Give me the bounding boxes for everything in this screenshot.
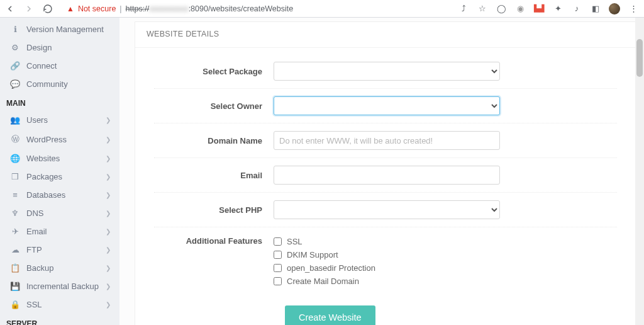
feature-open-basedir-protection[interactable]: open_basedir Protection [274, 261, 617, 275]
bookmark-icon[interactable]: ☆ [477, 3, 488, 14]
sidebar-item-ftp[interactable]: ☁FTP❯ [0, 241, 119, 259]
share-icon[interactable]: ⤴ [458, 3, 469, 14]
menu-icon[interactable]: ⋮ [628, 3, 639, 14]
sidebar-item-label: Databases [26, 190, 65, 200]
sidebar-item-email[interactable]: ✈Email❯ [0, 222, 119, 241]
row-email: Email [154, 158, 617, 193]
chevron-right-icon: ❯ [106, 246, 111, 253]
row-features: Additional Features SSLDKIM Supportopen_… [154, 227, 617, 295]
label-features: Additional Features [154, 235, 274, 246]
sidebar-item-label: Version Management [26, 25, 104, 34]
extensions-puzzle-icon[interactable]: ✦ [552, 3, 564, 14]
scrollbar-thumb[interactable] [636, 39, 643, 77]
feature-create-mail-domain[interactable]: Create Mail Domain [274, 275, 617, 288]
row-select-package: Select Package [154, 54, 617, 89]
cubes-icon: ❒ [10, 172, 20, 181]
feature-checkbox[interactable] [274, 264, 282, 272]
label-domain: Domain Name [154, 136, 274, 145]
feature-checkbox[interactable] [274, 251, 282, 259]
sidebar-item-databases[interactable]: ≡Databases❯ [0, 186, 119, 204]
gear-icon: ⚙ [10, 43, 20, 52]
sidebar-item-label: DNS [26, 208, 43, 218]
save-icon: 💾 [10, 282, 20, 291]
label-php: Select PHP [154, 205, 274, 215]
sidebar-item-websites[interactable]: 🌐Websites❯ [0, 149, 119, 168]
cloud-icon: ☁ [10, 245, 20, 254]
nav-buttons [5, 4, 53, 14]
clipboard-icon: 📋 [10, 263, 20, 273]
sidebar-item-design[interactable]: ⚙Design [0, 38, 119, 57]
link-icon: 🔗 [10, 61, 20, 71]
sidebar-item-label: Packages [26, 172, 62, 181]
create-website-button[interactable]: Create Website [285, 305, 375, 325]
sidebar-item-version-management[interactable]: ℹVersion Management [0, 20, 119, 38]
back-icon[interactable] [5, 4, 15, 14]
sidebar-item-label: Incremental Backup [26, 282, 99, 291]
sidebar-item-incremental-backup[interactable]: 💾Incremental Backup❯ [0, 277, 119, 295]
sidebar-item-label: Connect [26, 61, 57, 71]
sidebar-item-packages[interactable]: ❒Packages❯ [0, 168, 119, 186]
sidebar-item-label: SSL [26, 300, 42, 309]
select-php[interactable] [274, 200, 500, 219]
sidebar-item-label: FTP [26, 245, 42, 254]
forward-icon[interactable] [24, 4, 34, 14]
row-domain: Domain Name [154, 123, 617, 158]
chevron-right-icon: ❯ [106, 228, 111, 235]
feature-ssl[interactable]: SSL [274, 235, 617, 248]
lock-icon: 🔒 [10, 300, 20, 309]
security-status: Not secure [78, 4, 116, 13]
chevron-right-icon: ❯ [106, 155, 111, 162]
scrollbar-track[interactable] [635, 18, 644, 325]
row-php: Select PHP [154, 193, 617, 227]
select-owner[interactable] [274, 96, 500, 115]
sidebar-section-server: SERVER [0, 314, 119, 325]
label-owner: Select Owner [154, 101, 274, 111]
features-list: SSLDKIM Supportopen_basedir ProtectionCr… [274, 235, 617, 288]
extension-icons: ⤴ ☆ ◯ ◉ ▙▟ ✦ ♪ ◧ ⋮ [458, 3, 639, 14]
feature-checkbox[interactable] [274, 237, 282, 246]
select-package[interactable] [274, 62, 500, 81]
sidebar-item-backup[interactable]: 📋Backup❯ [0, 259, 119, 277]
label-package: Select Package [154, 67, 274, 76]
website-details-panel: WEBSITE DETAILS Select Package Select Ow… [135, 21, 636, 325]
chevron-right-icon: ❯ [106, 210, 111, 217]
sidebar-item-label: Websites [26, 154, 60, 163]
feature-label: SSL [287, 237, 303, 246]
url-text: https://xxxxxxxxxx:8090/websites/createW… [126, 4, 294, 13]
profile-avatar[interactable] [609, 3, 620, 14]
extension-icon-4[interactable]: ♪ [571, 3, 582, 14]
label-email: Email [154, 171, 274, 180]
reload-icon[interactable] [43, 4, 53, 14]
extension-icon-1[interactable]: ◯ [496, 3, 507, 14]
address-bar[interactable]: ▲ Not secure | https://xxxxxxxxxx:8090/w… [60, 2, 450, 16]
extension-icon-5[interactable]: ◧ [590, 3, 601, 14]
email-input[interactable] [274, 166, 500, 185]
sidebar-item-connect[interactable]: 🔗Connect [0, 57, 119, 75]
main-content: WEBSITE DETAILS Select Package Select Ow… [119, 18, 644, 325]
feature-checkbox[interactable] [274, 277, 282, 285]
feature-label: open_basedir Protection [287, 263, 375, 273]
browser-toolbar: ▲ Not secure | https://xxxxxxxxxx:8090/w… [0, 0, 644, 18]
feature-label: Create Mail Domain [287, 277, 359, 286]
sidebar-item-dns[interactable]: ♆DNS❯ [0, 204, 119, 222]
sidebar-item-label: Community [26, 79, 68, 89]
info-icon: ℹ [10, 25, 20, 34]
sidebar-item-ssl[interactable]: 🔒SSL❯ [0, 295, 119, 314]
sidebar-item-community[interactable]: 💬Community [0, 75, 119, 93]
sidebar-item-users[interactable]: 👥Users❯ [0, 111, 119, 129]
domain-input[interactable] [274, 131, 500, 150]
sitemap-icon: ♆ [10, 208, 20, 218]
users-icon: 👥 [10, 115, 20, 125]
chat-icon: 💬 [10, 79, 20, 89]
chevron-right-icon: ❯ [106, 173, 111, 180]
chevron-right-icon: ❯ [106, 301, 111, 308]
extension-icon-2[interactable]: ◉ [514, 3, 526, 14]
extension-icon-3[interactable]: ▙▟ [533, 3, 545, 14]
wordpress-icon: Ⓦ [10, 134, 20, 145]
feature-dkim-support[interactable]: DKIM Support [274, 248, 617, 261]
sidebar-item-label: WordPress [26, 135, 67, 144]
chevron-right-icon: ❯ [106, 191, 111, 198]
url-separator: | [119, 4, 121, 13]
sidebar-item-wordpress[interactable]: ⓌWordPress❯ [0, 129, 119, 149]
chevron-right-icon: ❯ [106, 117, 111, 123]
